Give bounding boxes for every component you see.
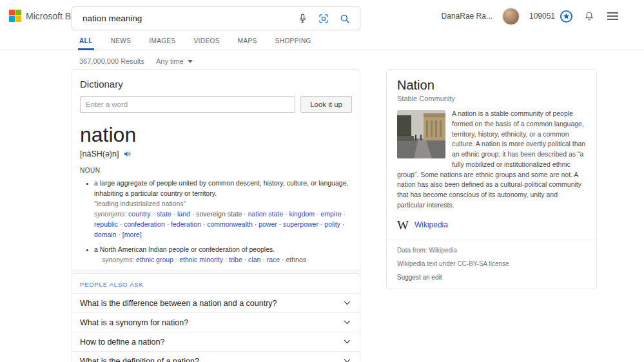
people-also-ask-title: PEOPLE ALSO ASK [72,274,360,293]
paa-question-text: How to define a nation? [80,338,164,347]
hamburger-icon[interactable] [605,10,621,23]
synonym-link[interactable]: ethnic group [136,256,173,263]
bing-search-page: Microsoft Bing DanaRae Ra... 109051 [0,0,644,362]
knowledge-panel-subtitle: Stable Community [397,95,586,102]
tab-images[interactable]: IMAGES [140,32,184,50]
synonym-link[interactable]: federation [167,220,201,228]
tab-all[interactable]: ALL [72,32,102,50]
synonym-link[interactable]: state [152,210,171,218]
headword: nation [80,123,352,147]
people-also-ask-card: PEOPLE ALSO ASK What is the difference b… [72,273,360,362]
search-input[interactable] [81,13,297,24]
dictionary-card: Dictionary Look it up nation [nāSH(ə)n] … [72,69,360,290]
paa-question-text: What is a synonym for nation? [80,318,188,327]
tab-news[interactable]: NEWS [102,32,141,50]
caret-down-icon [188,60,193,63]
synonym-link[interactable]: polity [320,220,340,228]
synonyms-more-link[interactable]: [more] [118,231,141,238]
word-lookup-input[interactable] [80,96,295,113]
license-label: Wikipedia text under CC-BY-SA license [397,260,586,267]
definition-text: a North American Indian people or confed… [94,245,352,255]
synonyms-row: synonyms: country state land sovereign s… [94,209,352,240]
ms-square-red [9,10,15,15]
wikipedia-source-row[interactable]: W Wikipedia [397,219,586,231]
bell-icon[interactable] [583,10,595,22]
definition-text: a large aggregate of people united by co… [94,178,352,199]
magnifier-icon[interactable] [339,13,351,24]
account-name[interactable]: DanaRae Ra... [442,12,493,21]
search-icons [297,13,351,24]
time-filter-label: Any time [156,57,184,65]
pronunciation-row: [nāSH(ə)n] [80,149,352,158]
synonym-link[interactable]: commonwealth [203,220,253,228]
suggest-an-edit-link[interactable]: Suggest an edit [397,274,586,281]
chevron-down-icon [342,356,352,362]
search-box [72,6,360,30]
chevron-down-icon [342,318,352,327]
results-meta: 367,000,000 Results Any time [79,57,193,65]
entity-image[interactable] [397,110,445,158]
divider [387,240,596,240]
synonyms-label: synonyms: [102,256,134,263]
avatar[interactable] [502,8,520,25]
synonym-link[interactable]: country [128,210,150,218]
definition-item: a North American Indian people or confed… [94,245,352,266]
ms-square-green [15,10,21,15]
results-count: 367,000,000 Results [79,57,144,65]
chevron-down-icon [342,337,352,347]
synonym-link[interactable]: superpower [279,220,318,228]
synonyms-row: synonyms: ethnic group ethnic minority t… [102,255,352,265]
lookup-row: Look it up [80,96,352,113]
data-from-label: Data from: Wikipedia [397,247,586,254]
definition-item: a large aggregate of people united by co… [94,178,352,240]
synonym-text: sovereign state [192,210,242,218]
synonym-link[interactable]: ethnic minority [175,256,223,263]
camera-icon[interactable] [318,13,329,24]
microsoft-logo-icon [9,10,21,22]
header: Microsoft Bing DanaRae Ra... 109051 [0,0,644,32]
paa-question-row[interactable]: How to define a nation? [72,332,360,351]
synonym-link[interactable]: empire [317,210,342,218]
knowledge-panel-body: A nation is a stable community of people… [397,109,586,211]
pronunciation: [nāSH(ə)n] [80,149,119,158]
ms-square-blue [9,16,15,22]
tab-shopping[interactable]: SHOPPING [266,32,320,50]
paa-question-row[interactable]: What is the definition of a nation? [72,351,360,362]
look-it-up-button[interactable]: Look it up [300,96,352,113]
paa-question-text: What is the definition of a nation? [80,357,199,362]
chevron-down-icon [342,298,352,308]
ms-square-yellow [15,16,21,22]
synonym-link[interactable]: race [262,256,280,263]
knowledge-panel-title: Nation [397,78,586,93]
rewards-points[interactable]: 109051 [529,9,574,24]
speaker-icon[interactable] [123,149,132,158]
paa-question-row[interactable]: What is the difference between a nation … [72,293,360,312]
synonym-link[interactable]: kingdom [285,210,315,218]
synonym-link[interactable]: power [255,220,277,228]
header-right: DanaRae Ra... 109051 [442,0,621,32]
points-value: 109051 [529,12,555,21]
synonym-link[interactable]: nation state [244,210,283,218]
synonym-link[interactable]: tribe [225,256,242,263]
part-of-speech: NOUN [80,167,352,174]
dictionary-title: Dictionary [80,79,352,90]
synonym-link[interactable]: clan [244,256,261,263]
paa-question-row[interactable]: What is a synonym for nation? [72,312,360,332]
synonyms-label: synonyms: [94,210,126,218]
search-tabs: ALL NEWS IMAGES VIDEOS MAPS SHOPPING [0,32,644,50]
definition-list: a large aggregate of people united by co… [80,178,352,265]
wikipedia-link[interactable]: Wikipedia [415,220,448,229]
tab-maps[interactable]: MAPS [229,32,266,50]
medal-icon [559,9,574,24]
wikipedia-w-icon: W [397,219,409,231]
synonym-link[interactable]: land [173,210,190,218]
tab-videos[interactable]: VIDEOS [185,32,229,50]
paa-question-text: What is the difference between a nation … [80,299,277,308]
time-filter-dropdown[interactable]: Any time [156,57,193,65]
synonym-link[interactable]: confederation [120,220,165,228]
knowledge-panel: Nation Stable Community [386,69,597,289]
mic-icon[interactable] [297,13,308,24]
synonym-text: ethnos [282,256,306,263]
definition-example: "leading industrialized nations" [94,199,352,209]
